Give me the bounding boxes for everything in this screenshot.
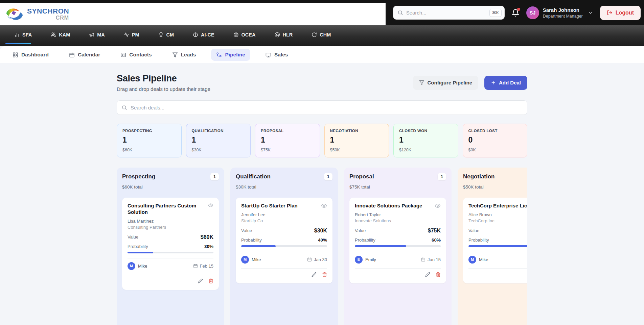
brand-subtitle: CRM bbox=[56, 15, 69, 21]
deal-title: Innovate Solutions Package bbox=[355, 203, 422, 209]
probability-bar bbox=[468, 245, 527, 247]
funnel-icon bbox=[419, 80, 424, 85]
assignee-name: Emily bbox=[365, 257, 376, 262]
deal-probability: 30% bbox=[204, 244, 213, 249]
tab-pipeline[interactable]: Pipeline bbox=[211, 49, 250, 61]
brand-swirl-icon bbox=[3, 7, 26, 22]
module-tab-cm[interactable]: CM bbox=[149, 28, 184, 41]
stage-count: 0 bbox=[468, 135, 522, 145]
refresh-icon bbox=[312, 32, 317, 38]
tab-leads[interactable]: Leads bbox=[167, 49, 201, 61]
stage-summary-card[interactable]: CLOSED WON 1 $120K bbox=[393, 124, 458, 157]
pipeline-column-qualification: Qualification 1 $30K total StartUp Co St… bbox=[230, 168, 338, 325]
users-icon bbox=[51, 32, 56, 38]
assignee-avatar: E bbox=[355, 256, 363, 264]
pipeline-column-prospecting: Prospecting 1 $60K total Consulting Part… bbox=[117, 168, 224, 325]
stage-summary-card[interactable]: CLOSED LOST 0 $0K bbox=[463, 124, 528, 157]
tab-label: Calendar bbox=[78, 52, 100, 58]
pipeline-column-negotiation: Negotiation 1 $50K total TechCorp Enterp… bbox=[458, 168, 527, 325]
deal-value-label: Value bbox=[355, 228, 366, 233]
due-date-text: Feb 15 bbox=[200, 264, 213, 269]
stage-summary-card[interactable]: PROPOSAL 1 $75K bbox=[255, 124, 320, 157]
module-tab-label: MA bbox=[97, 32, 105, 38]
probability-bar bbox=[128, 252, 213, 253]
module-tab-hlr[interactable]: HLR bbox=[265, 28, 302, 41]
user-menu[interactable]: SJ Sarah Johnson Department Manager bbox=[526, 6, 593, 19]
page-header-row: Sales Pipeline Drag and drop deals to up… bbox=[117, 73, 527, 92]
deal-company: TechCorp Inc bbox=[468, 218, 527, 223]
tab-calendar[interactable]: Calendar bbox=[64, 49, 105, 61]
eye-icon bbox=[208, 203, 213, 208]
award-icon bbox=[158, 32, 164, 38]
assignee-avatar: M bbox=[468, 256, 476, 264]
tab-label: Dashboard bbox=[21, 52, 49, 58]
module-tab-ma[interactable]: MA bbox=[79, 28, 114, 41]
trash-icon bbox=[322, 272, 327, 277]
module-tab-sfa[interactable]: SFA bbox=[5, 28, 41, 41]
module-tab-pm[interactable]: PM bbox=[114, 28, 149, 41]
probability-bar bbox=[241, 245, 327, 247]
global-search[interactable]: ⌘K bbox=[393, 6, 505, 20]
assignee-name: Mike bbox=[252, 257, 261, 262]
logout-button[interactable]: Logout bbox=[600, 6, 641, 20]
deal-value: $60K bbox=[201, 234, 213, 240]
stage-summary-card[interactable]: NEGOTIATION 1 $50K bbox=[324, 124, 389, 157]
pipeline-board: Prospecting 1 $60K total Consulting Part… bbox=[117, 168, 527, 325]
deal-card[interactable]: TechCorp Enterprise License Alice Brown … bbox=[463, 198, 527, 283]
stage-summary-card[interactable]: QUALIFICATION 1 $30K bbox=[186, 124, 251, 157]
probability-bar bbox=[355, 245, 441, 247]
deal-probability: 60% bbox=[432, 238, 441, 243]
deal-card[interactable]: Consulting Partners Custom Solution Lisa… bbox=[122, 198, 219, 290]
stage-summary-card[interactable]: PROSPECTING 1 $60K bbox=[117, 124, 182, 157]
monitor-icon bbox=[266, 52, 271, 58]
tab-label: Sales bbox=[274, 52, 288, 58]
section-nav: Dashboard Calendar Contacts Leads Pipeli… bbox=[0, 46, 644, 63]
stage-label: CLOSED WON bbox=[399, 129, 453, 133]
deal-probability-label: Probability bbox=[468, 238, 489, 243]
stage-count: 1 bbox=[399, 135, 453, 145]
stage-count: 1 bbox=[261, 135, 314, 145]
deal-probability-label: Probability bbox=[241, 238, 262, 243]
tab-dashboard[interactable]: Dashboard bbox=[7, 49, 54, 61]
global-search-input[interactable] bbox=[406, 10, 486, 16]
page-subtitle: Drag and drop deals to update their stag… bbox=[117, 86, 210, 92]
add-deal-button[interactable]: Add Deal bbox=[484, 76, 527, 90]
trash-icon bbox=[436, 272, 441, 277]
deal-company: Innovate Solutions bbox=[355, 218, 441, 223]
module-tab-ai-ce[interactable]: AI-CE bbox=[183, 28, 224, 41]
stage-count: 1 bbox=[192, 135, 245, 145]
search-shortcut-badge: ⌘K bbox=[489, 9, 502, 17]
deal-probability-label: Probability bbox=[355, 238, 375, 243]
calendar-small-icon bbox=[307, 257, 312, 262]
probability-fill bbox=[241, 245, 276, 247]
assignee-name: Mike bbox=[138, 264, 147, 269]
module-tab-ocea[interactable]: OCEA bbox=[224, 28, 265, 41]
probability-fill bbox=[355, 245, 406, 247]
tab-sales[interactable]: Sales bbox=[260, 49, 293, 61]
brand-text: SYNCHRON CRM bbox=[27, 7, 69, 21]
deal-contact: Alice Brown bbox=[468, 212, 527, 217]
module-tab-kam[interactable]: KAM bbox=[41, 28, 79, 41]
notifications-button[interactable] bbox=[511, 9, 520, 17]
pencil-icon bbox=[425, 272, 430, 277]
tab-contacts[interactable]: Contacts bbox=[115, 49, 157, 61]
deal-assignee: E Emily bbox=[355, 256, 376, 264]
search-icon bbox=[121, 105, 127, 110]
deal-card[interactable]: Innovate Solutions Package Robert Taylor… bbox=[349, 198, 446, 283]
brand-logo[interactable]: SYNCHRON CRM bbox=[0, 3, 386, 25]
module-tab-label: CM bbox=[166, 32, 174, 38]
deal-search-input[interactable] bbox=[131, 105, 523, 110]
deal-search[interactable] bbox=[117, 100, 527, 115]
deal-card[interactable]: StartUp Co Starter Plan Jennifer Lee Sta… bbox=[236, 198, 332, 283]
eye-icon bbox=[435, 203, 441, 209]
calendar-small-icon bbox=[421, 257, 426, 262]
column-total: $75K total bbox=[349, 184, 446, 190]
module-tab-chm[interactable]: CHM bbox=[302, 28, 340, 41]
column-name: Proposal bbox=[349, 173, 374, 180]
top-header: SYNCHRON CRM ⌘K SJ Sarah J bbox=[0, 0, 644, 25]
activity-icon bbox=[124, 32, 129, 38]
deal-assignee: M Mike bbox=[128, 262, 147, 270]
column-total: $50K total bbox=[463, 184, 527, 190]
deal-title: StartUp Co Starter Plan bbox=[241, 203, 298, 209]
configure-pipeline-button[interactable]: Configure Pipeline bbox=[413, 76, 478, 90]
